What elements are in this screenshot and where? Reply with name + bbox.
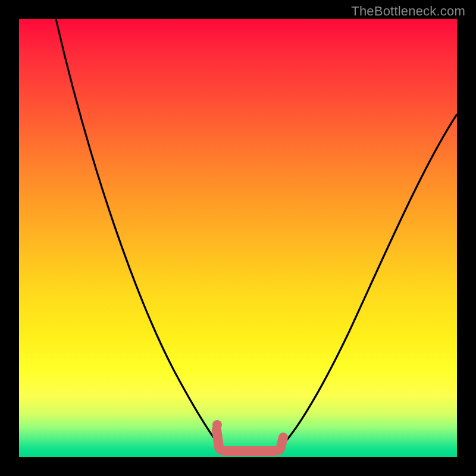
curves-svg (19, 19, 457, 457)
bottom-bracket (217, 430, 283, 451)
bracket-dot (212, 420, 222, 430)
watermark-label: TheBottleneck.com (351, 4, 465, 19)
chart-frame: TheBottleneck.com (0, 0, 476, 476)
plot-area (19, 19, 457, 457)
curve-left (56, 19, 221, 447)
curve-right (280, 114, 457, 447)
